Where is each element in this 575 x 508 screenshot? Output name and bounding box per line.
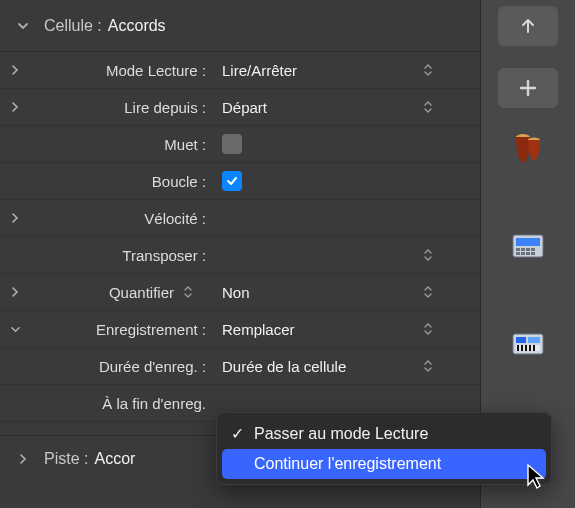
row-rec-length: Durée d'enreg. : Durée de la cellule [0,348,480,385]
collapse-up-button[interactable] [498,6,558,46]
row-record: Enregistrement : Remplacer [0,311,480,348]
stepper-icon[interactable] [420,63,436,77]
label-play-mode: Mode Lecture : [22,62,212,79]
popup-item-continue-rec[interactable]: Continuer l'enregistrement [222,449,546,479]
header-value: Accords [108,17,166,35]
disclosure-down-icon [16,20,30,32]
instrument-thumb-3[interactable] [510,326,546,362]
checkmark-icon: ✓ [228,424,246,443]
svg-rect-8 [516,252,520,255]
label-rec-length: Durée d'enreg. : [22,358,212,375]
label-rec-end: À la fin d'enreg. [22,395,212,412]
row-play-mode: Mode Lecture : Lire/Arrêter [0,52,480,89]
stepper-icon[interactable] [420,248,436,262]
label-mute: Muet : [22,136,212,153]
row-transpose: Transposer : [0,237,480,274]
value-play-from[interactable]: Départ [212,99,480,116]
popup-item-label: Continuer l'enregistrement [254,455,441,473]
section-header-cell[interactable]: Cellule : Accords [0,0,480,52]
svg-rect-11 [531,252,535,255]
label-quantize: Quantifier [109,284,174,301]
svg-rect-5 [521,248,525,251]
stepper-icon[interactable] [420,285,436,299]
disclosure-right-icon[interactable] [8,287,22,297]
track-value: Accor [94,450,135,468]
stepper-icon[interactable] [420,322,436,336]
disclosure-right-icon[interactable] [8,65,22,75]
label-record: Enregistrement : [22,321,212,338]
value-play-mode[interactable]: Lire/Arrêter [212,62,480,79]
svg-rect-4 [516,248,520,251]
row-loop: Boucle : [0,163,480,200]
row-play-from: Lire depuis : Départ [0,89,480,126]
label-velocity: Vélocité : [22,210,212,227]
row-quantize: Quantifier Non [0,274,480,311]
rec-end-popup: ✓ Passer au mode Lecture Continuer l'enr… [216,412,552,485]
svg-rect-9 [521,252,525,255]
stepper-icon[interactable] [420,359,436,373]
stepper-icon[interactable] [180,285,196,299]
svg-rect-20 [533,345,535,351]
row-velocity: Vélocité : [0,200,480,237]
loop-checkbox[interactable] [222,171,242,191]
label-loop: Boucle : [22,173,212,190]
popup-item-label: Passer au mode Lecture [254,425,428,443]
track-label: Piste : [44,450,88,468]
svg-rect-16 [517,345,519,351]
svg-rect-14 [528,337,540,343]
stepper-icon[interactable] [420,100,436,114]
svg-rect-10 [526,252,530,255]
mute-checkbox[interactable] [222,134,242,154]
popup-item-play-mode[interactable]: ✓ Passer au mode Lecture [222,418,546,449]
value-record[interactable]: Remplacer [212,321,480,338]
svg-rect-15 [516,345,540,351]
svg-rect-19 [529,345,531,351]
add-button[interactable] [498,68,558,108]
value-rec-length[interactable]: Durée de la cellule [212,358,480,375]
value-quantize[interactable]: Non [212,284,480,301]
svg-rect-6 [526,248,530,251]
header-label: Cellule : [44,17,102,35]
disclosure-right-icon [16,454,30,464]
svg-rect-13 [516,337,526,343]
svg-rect-18 [525,345,527,351]
disclosure-right-icon[interactable] [8,102,22,112]
disclosure-down-icon[interactable] [8,324,22,335]
label-play-from: Lire depuis : [22,99,212,116]
label-transpose: Transposer : [22,247,212,264]
svg-rect-7 [531,248,535,251]
row-mute: Muet : [0,126,480,163]
instrument-thumb-1[interactable] [510,130,546,166]
instrument-thumb-2[interactable] [510,228,546,264]
svg-rect-3 [516,238,540,246]
disclosure-right-icon[interactable] [8,213,22,223]
svg-rect-17 [521,345,523,351]
